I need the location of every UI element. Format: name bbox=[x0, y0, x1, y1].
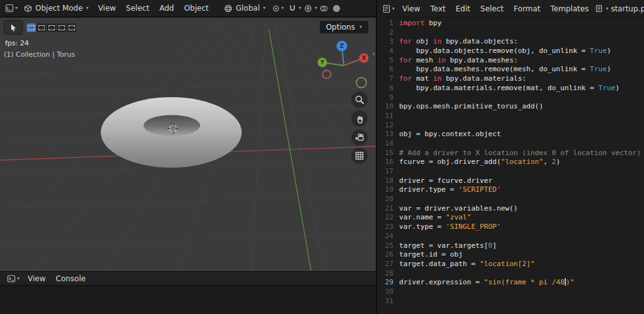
code-line-11[interactable]: 11 bbox=[377, 112, 644, 121]
chevron-down-icon: ▾ bbox=[281, 6, 284, 11]
line-number: 22 bbox=[381, 213, 399, 223]
editor-type-dropdown[interactable]: ▾ bbox=[3, 3, 20, 14]
code-line-26[interactable]: 26target.id = obj bbox=[377, 250, 644, 260]
code-line-25[interactable]: 25target = var.targets[0] bbox=[377, 241, 644, 251]
mode-dropdown[interactable]: Object Mode ▾ bbox=[20, 2, 93, 15]
chevron-down-icon: ▾ bbox=[86, 6, 89, 11]
menu-console[interactable]: Console bbox=[51, 272, 91, 285]
menu-add[interactable]: Add bbox=[154, 2, 179, 15]
snap-toggle-button[interactable] bbox=[286, 3, 298, 14]
menu-view[interactable]: View bbox=[23, 272, 50, 285]
menu-text[interactable]: Text bbox=[426, 3, 451, 15]
proportional-dropdown-icon[interactable]: ▾ bbox=[315, 6, 317, 11]
gizmo-axis-negative-y[interactable] bbox=[356, 78, 366, 88]
code-line-19[interactable]: 19driver.type = 'SCRIPTED' bbox=[377, 185, 644, 195]
line-number: 12 bbox=[381, 121, 399, 131]
toggle-ortho-button[interactable] bbox=[351, 148, 368, 164]
line-number: 17 bbox=[381, 167, 399, 177]
select-mode-new[interactable] bbox=[26, 23, 36, 32]
code-line-21[interactable]: 21var = driver.variables.new() bbox=[377, 204, 644, 214]
code-line-10[interactable]: 10bpy.ops.mesh.primitive_torus_add() bbox=[377, 102, 644, 112]
globe-icon bbox=[224, 4, 232, 13]
code-line-15[interactable]: 15# Add a driver to X location (index 0 … bbox=[377, 149, 644, 158]
console-header: ▾ ViewConsole bbox=[0, 271, 376, 286]
line-number: 14 bbox=[381, 139, 399, 149]
code-line-3[interactable]: 3for obj in bpy.data.objects: bbox=[377, 37, 644, 47]
navigation-gizmo[interactable]: Z X Y bbox=[318, 41, 369, 88]
snapping-dropdown-icon[interactable]: ▾ bbox=[299, 6, 302, 11]
viewport-shading-button[interactable] bbox=[330, 3, 342, 14]
menu-select[interactable]: Select bbox=[475, 3, 509, 15]
code-line-4[interactable]: 4 bpy.data.objects.remove(obj, do_unlink… bbox=[377, 47, 644, 56]
code-line-12[interactable]: 12 bbox=[377, 121, 644, 131]
line-number: 10 bbox=[381, 102, 399, 112]
gizmo-y-label: Y bbox=[320, 59, 325, 66]
code-line-29[interactable]: 29driver.expression = "sin(frame * pi /4… bbox=[377, 278, 644, 288]
menu-select[interactable]: Select bbox=[121, 2, 154, 15]
code-line-13[interactable]: 13obj = bpy.context.object bbox=[377, 130, 644, 139]
code-line-6[interactable]: 6 bpy.data.meshes.remove(mesh, do_unlink… bbox=[377, 65, 644, 74]
select-mode-subtract[interactable] bbox=[47, 23, 56, 32]
select-mode-invert[interactable] bbox=[57, 23, 66, 32]
torus-object[interactable] bbox=[101, 97, 242, 168]
code-line-8[interactable]: 8 bpy.data.materials.remove(mat, do_unli… bbox=[377, 84, 644, 93]
zoom-button[interactable] bbox=[351, 91, 368, 108]
menu-view[interactable]: View bbox=[397, 3, 425, 15]
options-label: Options bbox=[326, 23, 355, 32]
viewport-canvas[interactable]: Z X Y Options ▾ fps: 24 (1) bbox=[0, 18, 376, 271]
pan-button[interactable] bbox=[351, 110, 368, 127]
options-dropdown[interactable]: Options ▾ bbox=[320, 21, 368, 33]
text-editor-type-dropdown[interactable]: ▾ bbox=[380, 3, 397, 15]
line-number: 13 bbox=[381, 130, 399, 139]
code-line-20[interactable]: 20 bbox=[377, 195, 644, 204]
viewport-header: ▾ Object Mode ▾ ViewSelectAddObject Glob… bbox=[0, 0, 376, 17]
code-line-17[interactable]: 17 bbox=[377, 167, 644, 177]
code-line-1[interactable]: 1import bpy bbox=[377, 19, 644, 28]
menu-templates[interactable]: Templates bbox=[545, 3, 594, 15]
code-line-27[interactable]: 27target.data_path = "location[2]" bbox=[377, 260, 644, 269]
pivot-point-dropdown[interactable]: ▾ bbox=[270, 3, 286, 14]
line-number: 21 bbox=[381, 204, 399, 214]
text-editor-menubar: ViewTextEditSelectFormatTemplates bbox=[397, 3, 594, 15]
code-line-18[interactable]: 18driver = fcurve.driver bbox=[377, 177, 644, 186]
line-number: 4 bbox=[381, 47, 399, 56]
code-line-14[interactable]: 14 bbox=[377, 139, 644, 149]
select-mode-intersect[interactable] bbox=[67, 23, 76, 32]
show-overlays-button[interactable] bbox=[318, 3, 330, 14]
code-line-7[interactable]: 7for mat in bpy.data.materials: bbox=[377, 74, 644, 84]
console-body[interactable] bbox=[0, 286, 376, 314]
code-line-9[interactable]: 9 bbox=[377, 93, 644, 103]
line-number: 26 bbox=[381, 250, 399, 260]
line-number: 3 bbox=[381, 37, 399, 47]
line-number: 15 bbox=[381, 149, 399, 158]
tool-header bbox=[4, 20, 76, 35]
text-editor-header: ▾ ViewTextEditSelectFormatTemplates ▾ st… bbox=[377, 0, 644, 18]
menu-object[interactable]: Object bbox=[179, 2, 213, 15]
line-number: 28 bbox=[381, 269, 399, 279]
code-line-2[interactable]: 2 bbox=[377, 28, 644, 38]
text-datablock-selector[interactable]: ▾ startup.py bbox=[595, 4, 644, 13]
code-line-30[interactable]: 30 bbox=[377, 288, 644, 297]
shading-sphere-icon bbox=[332, 4, 341, 13]
console-editor-dropdown[interactable]: ▾ bbox=[5, 273, 21, 284]
code-line-5[interactable]: 5for mesh in bpy.data.meshes: bbox=[377, 56, 644, 66]
code-line-28[interactable]: 28 bbox=[377, 269, 644, 279]
code-line-23[interactable]: 23var.type = 'SINGLE_PROP' bbox=[377, 223, 644, 232]
code-area[interactable]: 1import bpy23for obj in bpy.data.objects… bbox=[377, 18, 644, 314]
menu-format[interactable]: Format bbox=[509, 3, 545, 15]
proportional-editing-button[interactable] bbox=[302, 3, 314, 14]
gizmo-axis-negative-x[interactable] bbox=[323, 71, 331, 79]
camera-view-button[interactable] bbox=[351, 129, 368, 146]
code-line-24[interactable]: 24 bbox=[377, 232, 644, 241]
code-line-31[interactable]: 31 bbox=[377, 297, 644, 306]
code-text: target.id = obj bbox=[399, 250, 463, 260]
transform-orientation-dropdown[interactable]: Global ▾ bbox=[220, 2, 269, 15]
select-mode-extend[interactable] bbox=[37, 23, 46, 32]
code-line-22[interactable]: 22var.name = "zval" bbox=[377, 213, 644, 223]
region-toggle-icon[interactable]: ‹ bbox=[372, 49, 375, 58]
active-tool-button[interactable] bbox=[4, 20, 23, 35]
line-number: 19 bbox=[381, 185, 399, 195]
menu-view[interactable]: View bbox=[93, 2, 121, 15]
code-line-16[interactable]: 16fcurve = obj.driver_add("location", 2) bbox=[377, 158, 644, 167]
menu-edit[interactable]: Edit bbox=[451, 3, 475, 15]
